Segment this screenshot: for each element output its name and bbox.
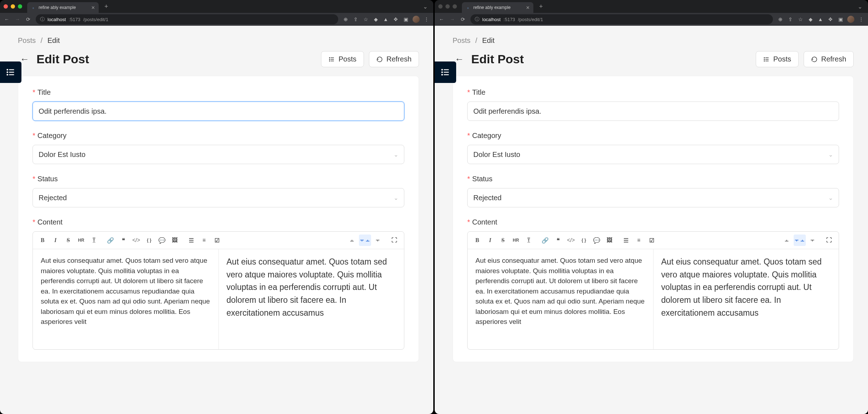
editor-preview-pane: Aut eius consequatur amet. Quos totam se… [653,249,839,349]
close-tab-icon[interactable]: ✕ [91,5,95,10]
extension-2-icon[interactable]: ▲ [817,16,824,23]
url-input[interactable]: ⓘ localhost:5173/posts/edit/1 [470,14,773,24]
sidebar-toggle-button[interactable] [435,61,456,83]
fullscreen-icon[interactable]: ⛶ [388,235,400,246]
site-info-icon[interactable]: ⓘ [40,16,45,23]
bold-icon[interactable]: B [471,235,483,246]
maximize-window-icon[interactable] [453,4,457,9]
editor-source-pane[interactable]: Aut eius consequatur amet. Quos totam se… [468,249,653,349]
preview-only-view-icon[interactable]: ⫟ [372,235,384,246]
url-input[interactable]: ⓘ localhost:5173/posts/edit/1 [36,14,338,24]
split-view-icon[interactable]: ⫟⫠ [794,235,806,246]
code-block-icon[interactable]: { } [578,235,590,246]
nav-forward-button[interactable]: → [449,16,455,22]
split-view-icon[interactable]: ⫟⫠ [359,235,371,246]
strikethrough-icon[interactable]: S [497,235,509,246]
zoom-icon[interactable]: ⊕ [777,16,784,23]
image-icon[interactable]: 🖼 [169,235,181,246]
comment-icon[interactable]: 💬 [156,235,168,246]
nav-forward-button[interactable]: → [14,16,21,22]
site-info-icon[interactable]: ⓘ [475,16,479,23]
browser-menu-icon[interactable]: ⋮ [858,16,864,23]
zoom-icon[interactable]: ⊕ [342,16,349,23]
bookmark-icon[interactable]: ☆ [363,16,369,23]
code-icon[interactable]: </> [565,235,577,246]
comment-icon[interactable]: 💬 [591,235,603,246]
tabs-dropdown-icon[interactable]: ⌄ [855,3,864,10]
quote-icon[interactable]: ❝ [552,235,564,246]
refresh-button[interactable]: Refresh [369,51,419,67]
refresh-button[interactable]: Refresh [804,51,854,67]
posts-list-button[interactable]: Posts [756,51,799,67]
share-icon[interactable]: ⇪ [352,16,359,23]
svg-point-16 [442,72,443,73]
nav-back-button[interactable]: ← [438,16,445,22]
profile-avatar[interactable] [413,16,420,23]
quote-icon[interactable]: ❝ [117,235,129,246]
editor-source-pane[interactable]: Aut eius consequatur amet. Quos totam se… [33,249,218,349]
fullscreen-icon[interactable]: ⛶ [823,235,835,246]
breadcrumb-posts-link[interactable]: Posts [18,36,36,44]
minimize-window-icon[interactable] [445,4,450,9]
share-icon[interactable]: ⇪ [787,16,794,23]
new-tab-button[interactable]: + [536,3,546,10]
extension-1-icon[interactable]: ◆ [807,16,814,23]
close-window-icon[interactable] [4,4,8,9]
checklist-icon[interactable]: ☑ [211,235,223,246]
heading-icon[interactable]: T [88,235,100,246]
title-input[interactable]: Odit perferendis ipsa. [467,102,839,121]
image-icon[interactable]: 🖼 [603,235,616,246]
bookmark-icon[interactable]: ☆ [797,16,804,23]
category-select[interactable]: Dolor Est Iusto ⌄ [33,145,404,164]
title-input[interactable]: Odit perferendis ipsa. [33,102,404,121]
link-icon[interactable]: 🔗 [104,235,117,246]
breadcrumb-separator: / [41,36,43,44]
browser-tab[interactable]: ⬨ refine ably example ✕ [27,2,99,13]
unordered-list-icon[interactable]: ☰ [620,235,632,246]
status-select[interactable]: Rejected ⌄ [467,188,839,207]
bold-icon[interactable]: B [36,235,49,246]
new-tab-button[interactable]: + [102,3,111,10]
editor-source-text: Aut eius consequatur amet. Quos totam se… [41,257,210,325]
hr-icon[interactable]: HR [75,235,87,246]
extensions-puzzle-icon[interactable]: ✥ [827,16,834,23]
edit-only-view-icon[interactable]: ⫠ [346,235,358,246]
page-viewport: Posts / Edit ← Edit Post Posts Refresh *… [435,26,868,414]
extensions-puzzle-icon[interactable]: ✥ [393,16,399,23]
posts-list-button[interactable]: Posts [321,51,364,67]
checklist-icon[interactable]: ☑ [646,235,658,246]
italic-icon[interactable]: I [49,235,61,246]
close-window-icon[interactable] [438,4,443,9]
preview-only-view-icon[interactable]: ⫟ [807,235,819,246]
reload-button[interactable]: ⟳ [460,16,466,22]
minimize-window-icon[interactable] [11,4,15,9]
extension-3-icon[interactable]: ▣ [837,16,844,23]
svg-point-21 [764,57,765,58]
browser-tab[interactable]: ⬨ refine ably example ✕ [462,2,533,13]
extension-1-icon[interactable]: ◆ [373,16,379,23]
nav-back-button[interactable]: ← [4,16,10,22]
status-select[interactable]: Rejected ⌄ [33,188,404,207]
heading-icon[interactable]: T [523,235,535,246]
tabs-dropdown-icon[interactable]: ⌄ [421,3,430,10]
edit-only-view-icon[interactable]: ⫠ [781,235,793,246]
italic-icon[interactable]: I [484,235,496,246]
ordered-list-icon[interactable]: ≡ [633,235,645,246]
extension-2-icon[interactable]: ▲ [383,16,389,23]
category-select[interactable]: Dolor Est Iusto ⌄ [467,145,839,164]
browser-menu-icon[interactable]: ⋮ [423,16,430,23]
hr-icon[interactable]: HR [510,235,522,246]
sidebar-toggle-button[interactable] [0,61,21,83]
code-icon[interactable]: </> [130,235,142,246]
strikethrough-icon[interactable]: S [62,235,74,246]
ordered-list-icon[interactable]: ≡ [198,235,210,246]
close-tab-icon[interactable]: ✕ [526,5,530,10]
reload-button[interactable]: ⟳ [25,16,31,22]
extension-3-icon[interactable]: ▣ [403,16,409,23]
link-icon[interactable]: 🔗 [539,235,551,246]
unordered-list-icon[interactable]: ☰ [185,235,197,246]
code-block-icon[interactable]: { } [143,235,155,246]
maximize-window-icon[interactable] [18,4,22,9]
profile-avatar[interactable] [847,16,854,23]
breadcrumb-posts-link[interactable]: Posts [453,36,470,44]
